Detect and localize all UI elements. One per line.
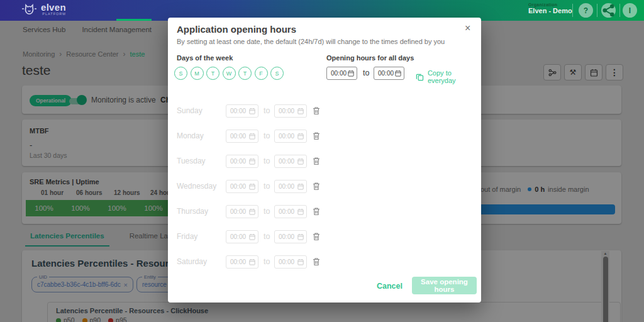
day-schedule-row: Tuesday 00:00 to 00:00 bbox=[168, 155, 481, 168]
day-start-input[interactable]: 00:00 bbox=[226, 130, 258, 143]
to-label: to bbox=[264, 232, 270, 241]
day-name-label: Tuesday bbox=[177, 157, 206, 165]
time-value: 00:00 bbox=[230, 258, 246, 265]
calendar-icon bbox=[297, 183, 304, 190]
time-value: 00:00 bbox=[279, 158, 294, 165]
header-divider bbox=[619, 4, 620, 17]
screen: Services Hub Incident Management Monitor… bbox=[0, 0, 644, 322]
delete-day-button[interactable] bbox=[313, 207, 320, 218]
profile-button[interactable]: I bbox=[623, 3, 637, 18]
delete-day-button[interactable] bbox=[313, 257, 320, 269]
delete-day-button[interactable] bbox=[313, 232, 320, 243]
close-icon[interactable]: × bbox=[465, 23, 470, 34]
to-label: to bbox=[264, 207, 270, 216]
day-end-input[interactable]: 00:00 bbox=[274, 155, 307, 168]
calendar-icon bbox=[249, 183, 255, 190]
day-end-input[interactable]: 00:00 bbox=[274, 205, 307, 218]
time-value: 00:00 bbox=[230, 208, 246, 215]
profile-icon: I bbox=[629, 6, 631, 15]
day-button-friday[interactable]: F bbox=[255, 67, 268, 80]
logo-subtext: PLATFORM bbox=[42, 12, 66, 16]
day-name-label: Monday bbox=[177, 131, 204, 140]
to-label: to bbox=[264, 257, 270, 266]
all-days-end-input[interactable]: 00:00 bbox=[374, 67, 404, 80]
delete-day-button[interactable] bbox=[313, 182, 320, 193]
day-schedule-row: Friday 00:00 to 00:00 bbox=[168, 230, 481, 243]
day-button-monday[interactable]: M bbox=[191, 67, 204, 80]
day-start-input[interactable]: 00:00 bbox=[226, 255, 258, 269]
day-button-thursday[interactable]: T bbox=[238, 67, 252, 80]
calendar-icon bbox=[297, 208, 304, 215]
help-button[interactable]: ? bbox=[579, 3, 593, 18]
calendar-icon bbox=[297, 108, 304, 114]
day-end-input[interactable]: 00:00 bbox=[274, 230, 307, 243]
logo-text: elven bbox=[41, 3, 66, 12]
calendar-icon bbox=[297, 133, 304, 140]
to-label: to bbox=[264, 131, 270, 140]
day-initials-row: S M T W T F S bbox=[174, 67, 284, 80]
delete-day-button[interactable] bbox=[313, 106, 320, 118]
organization-label: Organization bbox=[528, 3, 572, 7]
day-end-input[interactable]: 00:00 bbox=[274, 255, 307, 269]
help-icon: ? bbox=[584, 6, 588, 15]
header-divider bbox=[597, 4, 597, 17]
trash-icon bbox=[313, 182, 320, 191]
all-days-start-input[interactable]: 00:00 bbox=[326, 67, 357, 80]
modal-subtitle: By setting at least one date, the defaul… bbox=[177, 38, 445, 45]
elven-logo-icon bbox=[21, 3, 37, 16]
day-button-saturday[interactable]: S bbox=[270, 67, 284, 80]
calendar-icon bbox=[249, 208, 255, 215]
day-name-label: Thursday bbox=[177, 207, 208, 216]
header-divider bbox=[572, 4, 573, 17]
share-nodes-button[interactable] bbox=[601, 3, 616, 18]
trash-icon bbox=[313, 131, 320, 140]
day-button-tuesday[interactable]: T bbox=[206, 67, 219, 80]
day-schedule-row: Monday 00:00 to 00:00 bbox=[168, 130, 481, 143]
share-nodes-icon bbox=[601, 3, 616, 18]
cancel-button[interactable]: Cancel bbox=[377, 282, 402, 291]
day-button-wednesday[interactable]: W bbox=[223, 67, 236, 80]
calendar-icon bbox=[297, 258, 304, 265]
opening-hours-modal: Application opening hours × By setting a… bbox=[168, 18, 481, 303]
trash-icon bbox=[313, 106, 320, 115]
day-schedule-row: Sunday 00:00 to 00:00 bbox=[168, 104, 481, 118]
app-logo[interactable]: elven PLATFORM bbox=[21, 3, 66, 16]
calendar-icon bbox=[249, 158, 255, 165]
day-end-input[interactable]: 00:00 bbox=[274, 104, 307, 118]
day-name-label: Sunday bbox=[177, 106, 203, 115]
time-value: 00:00 bbox=[331, 70, 347, 77]
organization-block: Organization Elven - Demo bbox=[528, 3, 572, 14]
copy-to-everyday-link[interactable]: Copy to everyday bbox=[416, 69, 481, 84]
day-end-input[interactable]: 00:00 bbox=[274, 180, 307, 193]
calendar-icon bbox=[249, 258, 255, 265]
calendar-icon bbox=[297, 158, 304, 165]
delete-day-button[interactable] bbox=[313, 157, 320, 168]
time-value: 00:00 bbox=[279, 208, 294, 215]
days-of-week-label: Days of the week bbox=[177, 54, 233, 62]
day-start-input[interactable]: 00:00 bbox=[226, 104, 258, 118]
calendar-icon bbox=[249, 108, 255, 114]
day-start-input[interactable]: 00:00 bbox=[226, 180, 258, 193]
calendar-icon bbox=[348, 70, 354, 77]
day-name-label: Friday bbox=[177, 232, 197, 241]
calendar-icon bbox=[297, 233, 304, 240]
time-value: 00:00 bbox=[279, 183, 294, 190]
organization-value: Elven - Demo bbox=[528, 7, 572, 14]
day-start-input[interactable]: 00:00 bbox=[226, 230, 258, 243]
day-start-input[interactable]: 00:00 bbox=[226, 205, 258, 218]
day-end-input[interactable]: 00:00 bbox=[274, 130, 307, 143]
calendar-icon bbox=[249, 233, 255, 240]
day-button-sunday[interactable]: S bbox=[174, 67, 187, 80]
trash-icon bbox=[313, 207, 320, 216]
copy-to-everyday-label: Copy to everyday bbox=[428, 69, 481, 84]
time-value: 00:00 bbox=[230, 133, 246, 140]
day-start-input[interactable]: 00:00 bbox=[226, 155, 258, 168]
time-value: 00:00 bbox=[230, 158, 246, 165]
time-value: 00:00 bbox=[378, 70, 394, 77]
trash-icon bbox=[313, 157, 320, 165]
time-value: 00:00 bbox=[279, 108, 294, 114]
time-value: 00:00 bbox=[279, 233, 294, 240]
delete-day-button[interactable] bbox=[313, 131, 320, 143]
save-opening-hours-button[interactable]: Save opening hours bbox=[412, 277, 477, 294]
time-value: 00:00 bbox=[279, 133, 294, 140]
